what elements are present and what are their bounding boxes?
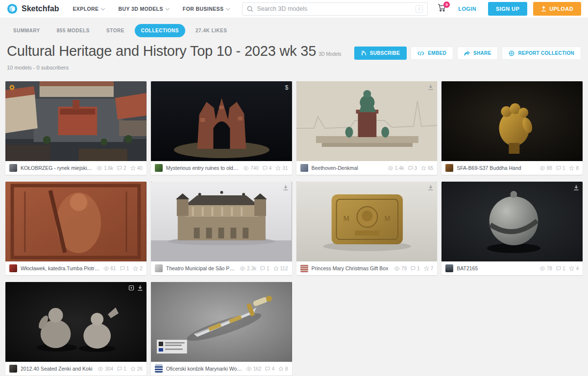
views-stat: 740 [243,165,259,171]
likes-count: 31 [282,165,288,171]
model-title[interactable]: Mysterious entry ruines to old cemetery [166,165,240,171]
model-thumbnail[interactable] [5,81,147,161]
uploader-avatar[interactable] [9,264,17,272]
model-thumbnail[interactable] [441,81,583,161]
star-icon [569,165,574,171]
model-title[interactable]: BAT2165 [457,265,478,271]
tab-27-4k-likes[interactable]: 27.4K LIKES [189,24,233,37]
model-stats: 78 1 4 [539,266,579,271]
corner-badges-right [128,285,143,291]
uploader-avatar[interactable] [9,164,17,172]
tomb-relief-render [5,182,147,261]
views-stat: 88 [539,165,552,171]
search-bar: / [242,2,428,16]
model-card[interactable]: $ Mysterious entry ruines to old cemeter… [151,81,292,175]
model-title[interactable]: SFA-B69-S37 Buddha Hand [457,165,521,171]
likes-count: 65 [428,165,433,171]
model-stats: 2.3k 1 112 [240,266,288,271]
views-count: 740 [250,165,259,171]
uploader-avatar[interactable] [155,264,163,272]
model-title[interactable]: Theatro Municipal de São Paulo [166,265,236,271]
sketchfab-logo-icon[interactable] [7,3,18,14]
search-shortcut-key: / [416,5,423,13]
search-input[interactable] [257,5,416,12]
model-stats: 162 4 8 [246,366,288,372]
download-icon [573,185,579,190]
tab-store[interactable]: STORE [100,24,131,37]
chevron-down-icon [166,6,170,10]
signup-button[interactable]: SIGN UP [488,2,527,16]
likes-count: 2 [140,266,143,271]
model-card[interactable]: 2012.40 Seated Zenki and Koki 304 1 26 [5,282,147,376]
model-card[interactable]: Oficerski kordzik Marynarki Wojennej II … [151,282,292,376]
subscribe-button[interactable]: SUBSCRIBE [354,47,407,60]
chevron-down-icon [226,6,230,10]
model-thumbnail[interactable]: M M [296,182,438,261]
model-title[interactable]: Oficerski kordzik Marynarki Wojennej II … [166,366,243,372]
model-card[interactable]: BAT2165 78 1 4 [441,182,583,275]
views-stat: 78 [539,266,552,271]
login-link[interactable]: LOGIN [458,6,476,12]
tab-855-models[interactable]: 855 MODELS [50,24,96,37]
uploader-avatar[interactable] [445,264,453,272]
uploader-avatar[interactable] [155,365,163,373]
eye-icon [103,266,109,271]
comments-count: 4 [269,165,272,171]
model-card[interactable]: Beethoven-Denkmal 1.4k 3 65 [296,81,438,175]
views-stat: 1.4k [388,165,404,171]
helmet-sphere-render [441,182,583,261]
model-thumbnail[interactable] [5,182,147,261]
cemetery-ruins-render [151,81,292,161]
views-count: 1.6k [104,165,113,171]
comment-icon [556,266,561,271]
uploader-avatar[interactable] [300,264,308,272]
tab-collections[interactable]: COLLECTIONS [135,24,185,37]
uploader-avatar[interactable] [9,365,17,373]
model-thumbnail[interactable]: $ [151,81,292,161]
model-title[interactable]: Princess Mary Christmas Gift Box [312,265,389,271]
share-arrow-icon [464,51,470,56]
model-thumbnail[interactable] [441,182,583,261]
model-card[interactable]: Theatro Municipal de São Paulo 2.3k 1 11… [151,182,292,275]
upload-button[interactable]: UPLOAD [533,2,581,16]
card-footer: Princess Mary Christmas Gift Box 79 1 7 [296,261,438,275]
tab-summary[interactable]: SUMMARY [7,24,47,37]
nav-item-label: EXPLORE [73,6,98,12]
model-card[interactable]: Włocławek, katedra.Tumba Piotra z Bnina,… [5,182,147,275]
nav-item-label: BUY 3D MODELS [118,6,163,12]
star-icon [130,165,136,171]
likes-stat: 4 [569,266,579,271]
model-card[interactable]: M M Princess Mary Christmas Gift Box 79 [296,182,438,275]
comment-icon [263,165,268,170]
model-title[interactable]: Beethoven-Denkmal [312,165,358,171]
views-stat: 1.6k [97,165,113,171]
model-title[interactable]: 2012.40 Seated Zenki and Koki [21,366,93,372]
uploader-avatar[interactable] [155,164,163,172]
eye-icon [98,367,103,371]
collection-meta: 10 models - 0 subscribers [0,60,588,78]
download-icon [137,285,143,291]
eye-icon [388,166,393,170]
nav-item-explore[interactable]: EXPLORE [73,6,104,12]
model-title[interactable]: Włocławek, katedra.Tumba Piotra z Bnina,… [21,265,100,271]
model-thumbnail[interactable] [151,182,292,261]
model-thumbnail[interactable] [5,282,147,362]
cart-button[interactable]: 0 [438,4,446,14]
likes-count: 26 [137,366,143,372]
share-button[interactable]: SHARE [457,47,498,60]
nav-item-label: FOR BUSINESS [183,6,224,12]
model-card[interactable]: SFA-B69-S37 Buddha Hand 88 1 8 [441,81,583,175]
uploader-avatar[interactable] [445,164,453,172]
uploader-avatar[interactable] [300,164,308,172]
model-thumbnail[interactable] [296,81,438,161]
embed-button[interactable]: EMBED [411,47,453,60]
model-title[interactable]: KOŁOBRZEG - rynek miejski / city market … [21,165,93,171]
city-aerial-render [5,81,147,161]
nav-item-for-business[interactable]: FOR BUSINESS [183,6,230,12]
buddha-hand-render [441,81,583,161]
brand-name[interactable]: Sketchfab [22,4,59,13]
nav-item-buy-3d-models[interactable]: BUY 3D MODELS [118,6,169,12]
model-thumbnail[interactable] [151,282,292,362]
model-card[interactable]: KOŁOBRZEG - rynek miejski / city market … [5,81,147,175]
report-collection-button[interactable]: REPORT COLLECTION [502,47,581,60]
